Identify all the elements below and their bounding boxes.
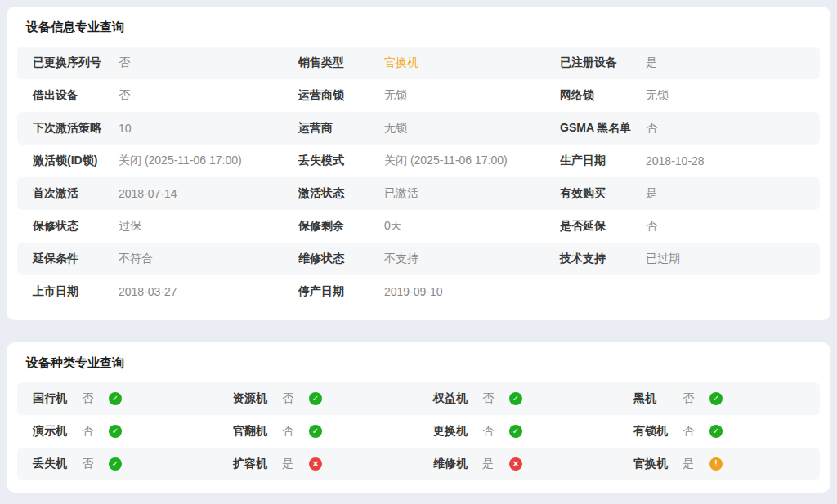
check-circle-icon	[109, 457, 122, 471]
field-label: 丢失模式	[298, 154, 384, 168]
info-field: 生产日期 2018-10-28	[560, 154, 804, 168]
info-field: 技术支持 已过期	[560, 252, 804, 266]
info-field: 已注册设备 是	[560, 56, 804, 70]
field-value: 无锁	[646, 88, 669, 103]
field-value: 否	[282, 391, 309, 406]
info-field: 停产日期 2019-09-10	[298, 284, 560, 299]
field-label: 激活状态	[298, 186, 384, 201]
info-field: 保修状态 过保	[33, 219, 298, 234]
field-label: 黑机	[633, 391, 683, 406]
field-value: 否	[683, 391, 709, 406]
field-label: 延保条件	[33, 252, 119, 266]
field-label: 国行机	[33, 391, 82, 406]
table-row: 国行机 否 资源机 否 权益机 否 黑机 否	[17, 382, 820, 415]
info-field: 丢失模式 关闭 (2025-11-06 17:00)	[298, 154, 560, 168]
field-value: 2018-10-28	[646, 154, 705, 167]
field-label: 维修机	[433, 457, 482, 471]
info-field: 激活锁(ID锁) 关闭 (2025-11-06 17:00)	[33, 154, 298, 168]
info-field: 是否延保 否	[560, 219, 804, 234]
info-field: 保修剩余 0天	[298, 219, 560, 234]
field-value: 0天	[384, 219, 402, 234]
check-circle-icon	[309, 392, 322, 405]
field-value: 是	[646, 56, 657, 70]
field-label: 是否延保	[560, 219, 646, 234]
field-label: 权益机	[433, 391, 482, 406]
field-label: 销售类型	[298, 56, 384, 70]
info-field: 已更换序列号 否	[33, 56, 298, 70]
type-field: 维修机 是	[433, 457, 633, 471]
field-value: 不支持	[384, 252, 418, 266]
field-label: 借出设备	[33, 88, 119, 103]
field-value: 2018-07-14	[119, 187, 177, 200]
field-value: 否	[82, 391, 109, 406]
field-value: 否	[282, 424, 309, 439]
field-value: 是	[646, 186, 657, 201]
table-row: 下次激活策略 10 运营商 无锁 GSMA 黑名单 否	[17, 112, 820, 145]
check-circle-icon	[109, 392, 122, 405]
field-value: 否	[82, 424, 109, 439]
field-label: 扩容机	[233, 457, 282, 471]
field-label: 有锁机	[633, 424, 683, 439]
field-value: 关闭 (2025-11-06 17:00)	[384, 154, 508, 168]
field-label: 技术支持	[560, 252, 646, 266]
field-value: 否	[646, 121, 657, 136]
table-row: 已更换序列号 否 销售类型 官换机 已注册设备 是	[17, 47, 820, 79]
field-label: 官换机	[633, 457, 683, 471]
table-row: 首次激活 2018-07-14 激活状态 已激活 有效购买 是	[17, 177, 820, 210]
type-field: 有锁机 否	[633, 424, 804, 439]
card-gap	[7, 320, 830, 342]
info-field: GSMA 黑名单 否	[560, 121, 804, 136]
info-field: 上市日期 2018-03-27	[33, 284, 298, 299]
field-label: 停产日期	[298, 284, 384, 299]
field-value: 否	[646, 219, 657, 234]
info-field: 激活状态 已激活	[298, 186, 560, 201]
field-label: 演示机	[33, 424, 82, 439]
field-value: 否	[119, 56, 130, 70]
info-field: 网络锁 无锁	[560, 88, 804, 103]
field-label: 首次激活	[33, 186, 119, 201]
info-field: 运营商 无锁	[298, 121, 560, 136]
info-field: 借出设备 否	[33, 88, 298, 103]
field-value: 已激活	[384, 186, 418, 201]
field-value: 否	[683, 424, 709, 439]
field-label: 已更换序列号	[33, 56, 119, 70]
field-label: 丢失机	[33, 457, 82, 471]
device-type-card-title: 设备种类专业查询	[26, 355, 811, 370]
field-label: 运营商锁	[298, 88, 384, 103]
check-circle-icon	[309, 425, 322, 438]
field-value: 过保	[119, 219, 141, 234]
field-value: 是	[282, 457, 309, 471]
field-label: 生产日期	[560, 154, 646, 168]
field-label: 保修状态	[33, 219, 119, 234]
type-field: 权益机 否	[433, 391, 633, 406]
info-field: 下次激活策略 10	[33, 121, 298, 136]
type-field: 黑机 否	[633, 391, 804, 406]
table-row: 演示机 否 官翻机 否 更换机 否 有锁机 否	[17, 415, 820, 448]
check-circle-icon	[109, 425, 122, 438]
field-value: 已过期	[646, 252, 680, 266]
field-value: 是	[683, 457, 709, 471]
info-field: 有效购买 是	[560, 186, 804, 201]
info-field: 销售类型 官换机	[298, 56, 560, 70]
field-label: 更换机	[433, 424, 482, 439]
device-info-card: 设备信息专业查询 已更换序列号 否 销售类型 官换机 已注册设备 是 借出设备 …	[7, 7, 830, 320]
type-field: 更换机 否	[433, 424, 633, 439]
check-circle-icon	[709, 425, 723, 438]
field-label: 激活锁(ID锁)	[33, 154, 119, 168]
info-field: 延保条件 不符合	[33, 252, 298, 266]
type-field: 丢失机 否	[33, 457, 233, 471]
field-value: 2018-03-27	[119, 285, 177, 298]
type-field: 演示机 否	[33, 424, 233, 439]
type-field: 官翻机 否	[233, 424, 433, 439]
info-field: 首次激活 2018-07-14	[33, 186, 298, 201]
field-value: 否	[482, 391, 509, 406]
field-value: 无锁	[384, 121, 407, 136]
field-value: 不符合	[119, 252, 153, 266]
field-value: 10	[119, 122, 132, 135]
field-value: 是	[482, 457, 509, 471]
x-circle-icon	[509, 457, 522, 471]
check-circle-icon	[709, 392, 723, 405]
device-info-card-title: 设备信息专业查询	[26, 20, 811, 34]
type-field: 扩容机 是	[233, 457, 433, 471]
field-value: 否	[119, 88, 130, 103]
